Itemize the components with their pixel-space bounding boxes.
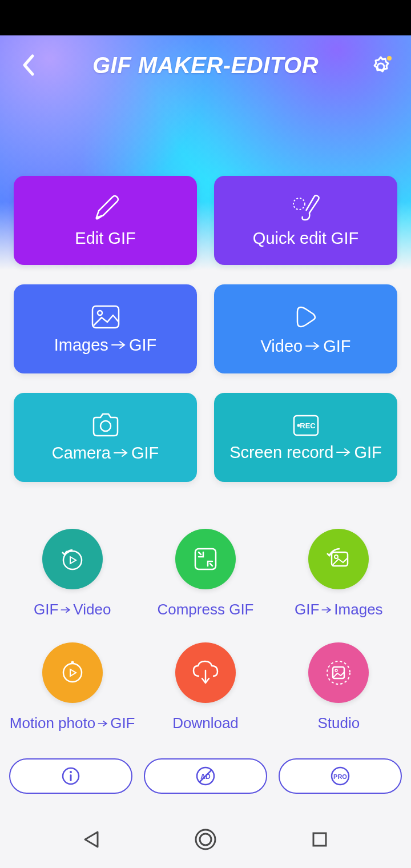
pro-icon: PRO (328, 765, 353, 787)
download-icon (191, 659, 220, 686)
card-label-a: Video (261, 337, 303, 356)
card-label-b: GIF (129, 336, 156, 355)
svg-point-17 (335, 669, 337, 672)
settings-button[interactable] (368, 54, 394, 80)
arrow-right-icon (97, 720, 108, 727)
feature-card-grid: Edit GIF Quick edit GIF Images GIF Video… (0, 176, 411, 482)
item-motion-photo-to-gif[interactable]: Motion photo GIF (6, 642, 139, 732)
svg-point-1 (387, 56, 392, 61)
card-label: Edit GIF (75, 229, 135, 248)
image-icon (90, 304, 121, 330)
play-icon (292, 303, 320, 331)
round-button[interactable] (308, 529, 369, 589)
card-label-b: GIF (323, 337, 350, 356)
nav-recent[interactable] (297, 817, 342, 862)
triangle-left-icon (83, 830, 100, 849)
chevron-left-icon (21, 54, 36, 77)
to-images-icon (324, 544, 353, 574)
arrow-right-icon (336, 448, 352, 457)
camera-icon (90, 413, 121, 438)
card-label-a: Camera (52, 444, 111, 463)
svg-text:PRO: PRO (333, 773, 347, 780)
compress-icon (192, 545, 219, 573)
top-bar: GIF MAKER-EDITOR (0, 48, 411, 82)
arrow-right-icon (113, 448, 129, 457)
card-camera-to-gif[interactable]: Camera GIF (14, 393, 197, 482)
nav-back[interactable] (68, 817, 114, 862)
pencil-icon (91, 194, 120, 223)
svg-point-15 (327, 661, 350, 684)
nav-home[interactable] (183, 817, 228, 862)
svg-text:REC: REC (300, 421, 316, 430)
svg-point-14 (71, 661, 74, 664)
system-navbar (0, 811, 411, 868)
card-edit-gif[interactable]: Edit GIF (14, 176, 197, 265)
arrow-right-icon (111, 340, 127, 349)
round-button-grid: GIF Video Compress GIF GIF (0, 529, 411, 732)
svg-point-12 (335, 555, 338, 558)
round-label-b: Video (73, 601, 111, 618)
status-bar (0, 0, 411, 35)
card-screen-record-to-gif[interactable]: REC Screen record GIF (214, 393, 397, 482)
info-icon (61, 766, 81, 786)
svg-rect-20 (70, 774, 72, 781)
remove-ads-button[interactable]: AD (144, 758, 267, 794)
round-label-b: GIF (110, 714, 135, 732)
item-gif-to-images[interactable]: GIF Images (272, 529, 405, 618)
info-button[interactable] (9, 758, 132, 794)
svg-point-13 (63, 664, 82, 682)
round-label-a: Motion photo (10, 714, 95, 732)
item-download[interactable]: Download (139, 642, 272, 732)
round-label-a: GIF (295, 601, 319, 618)
arrow-right-icon (60, 606, 71, 613)
card-label-b: GIF (354, 443, 381, 462)
round-button[interactable] (42, 529, 103, 589)
card-label: Quick edit GIF (253, 229, 358, 248)
svg-point-27 (200, 834, 211, 845)
svg-point-19 (70, 771, 72, 773)
studio-icon (324, 658, 353, 688)
card-label-a: Screen record (229, 443, 333, 462)
no-ads-icon: AD (195, 765, 216, 787)
gear-icon (369, 55, 393, 79)
pro-button[interactable]: PRO (279, 758, 402, 794)
rec-icon: REC (292, 413, 320, 437)
svg-point-9 (63, 551, 82, 569)
card-label-a: Images (54, 336, 108, 355)
round-label: Compress GIF (157, 601, 253, 618)
svg-rect-28 (313, 833, 326, 846)
round-button[interactable] (308, 642, 369, 703)
svg-point-26 (196, 830, 215, 849)
square-recent-icon (312, 831, 328, 847)
round-label-b: Images (334, 601, 382, 618)
replay-icon (58, 544, 87, 574)
arrow-right-icon (321, 606, 332, 613)
round-label: Download (172, 714, 239, 732)
brush-quick-icon (290, 194, 322, 223)
round-button[interactable] (175, 529, 236, 589)
svg-point-2 (293, 198, 305, 210)
round-label-a: GIF (34, 601, 58, 618)
app-title: GIF MAKER-EDITOR (92, 53, 319, 78)
svg-point-4 (98, 311, 102, 315)
card-label-b: GIF (131, 444, 159, 463)
back-button[interactable] (17, 54, 40, 77)
motion-icon (58, 658, 87, 688)
svg-point-5 (100, 421, 111, 431)
item-studio[interactable]: Studio (272, 642, 405, 732)
card-quick-edit-gif[interactable]: Quick edit GIF (214, 176, 397, 265)
round-button[interactable] (42, 642, 103, 703)
round-button[interactable] (175, 642, 236, 703)
card-images-to-gif[interactable]: Images GIF (14, 284, 197, 373)
item-gif-to-video[interactable]: GIF Video (6, 529, 139, 618)
card-video-to-gif[interactable]: Video GIF (214, 284, 397, 373)
item-compress-gif[interactable]: Compress GIF (139, 529, 272, 618)
circle-home-icon (194, 827, 217, 851)
arrow-right-icon (305, 341, 321, 351)
round-label: Studio (317, 714, 360, 732)
bottom-pill-row: AD PRO (0, 758, 411, 794)
